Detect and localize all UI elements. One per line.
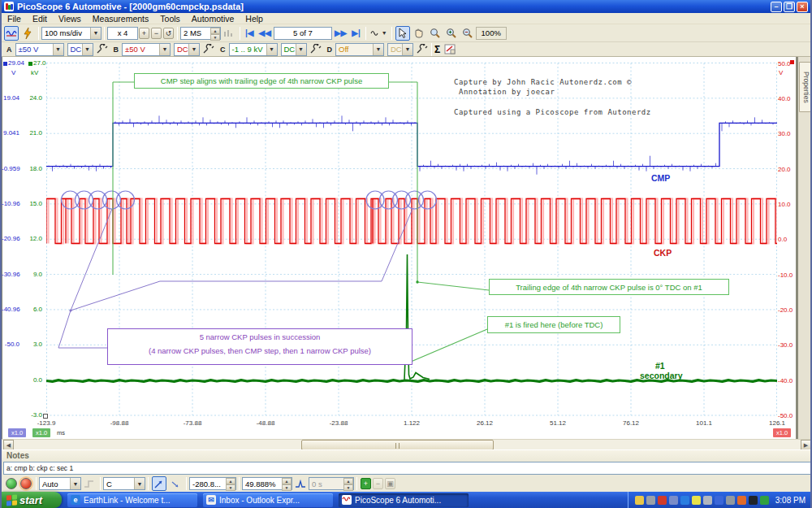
chevron-down-icon[interactable]: ▼ (296, 44, 306, 55)
tray-icon[interactable] (658, 496, 667, 505)
start-button[interactable]: start (2, 492, 62, 508)
chevron-down-icon[interactable]: ▼ (266, 44, 277, 55)
zoom-in-tool[interactable] (444, 26, 459, 41)
timebase-select[interactable]: 100 ms/div▼ (41, 27, 102, 40)
chevron-down-icon[interactable]: ▼ (373, 44, 383, 55)
marquee-zoom-tool[interactable] (428, 26, 443, 41)
taskbar-window-earthlink[interactable]: e EarthLink - Welcome t... (67, 493, 197, 507)
x-scale-badge-green[interactable]: x1.0 (32, 428, 50, 437)
tray-icon[interactable] (635, 496, 644, 505)
chevron-down-icon[interactable]: ▼ (53, 44, 63, 55)
advanced-trigger-button[interactable] (293, 476, 308, 491)
last-buffer-button[interactable]: ▶| (349, 28, 363, 37)
tray-icon[interactable] (726, 496, 735, 505)
channel-a-coupling-select[interactable]: DC▼ (67, 43, 93, 56)
menu-item-measurements[interactable]: Measurements (87, 14, 154, 24)
buffer-overview-button[interactable]: ▼ (369, 26, 388, 41)
menu-item-help[interactable]: Help (240, 14, 269, 24)
minimize-button[interactable]: – (771, 2, 782, 12)
tray-icon[interactable] (760, 496, 769, 505)
normal-cursor-tool[interactable] (395, 26, 410, 41)
tray-icon[interactable] (715, 496, 723, 505)
chevron-down-icon[interactable]: ▼ (402, 44, 412, 55)
zoom-multiplier-field[interactable]: x 4 (107, 27, 138, 40)
tray-icon[interactable] (749, 496, 758, 505)
trigger-level-spinner[interactable]: -280.8... ▲▼ (189, 477, 236, 490)
menu-item-file[interactable]: File (2, 14, 27, 24)
math-channels-button[interactable]: Σ (434, 44, 440, 55)
tray-icon[interactable] (646, 496, 655, 505)
pre-trigger-spinner[interactable]: 49.888% ▲▼ (242, 477, 292, 490)
probe-icon[interactable] (309, 44, 322, 55)
channel-d-range-select[interactable]: Off▼ (335, 43, 384, 56)
zoom-minus-button[interactable]: − (151, 28, 162, 39)
channel-a-range-select[interactable]: ±50 V▼ (15, 43, 64, 56)
axis-tick-blue: -30.96 (2, 271, 19, 279)
chevron-down-icon[interactable]: ▼ (188, 44, 199, 55)
zoom-out-tool[interactable] (460, 26, 475, 41)
zoom-reset-button[interactable]: ↺ (163, 28, 174, 39)
taskbar-window-inbox[interactable]: ✉ Inbox - Outlook Expr... (203, 493, 333, 507)
menu-item-views[interactable]: Views (53, 14, 87, 24)
stop-capture-button[interactable] (20, 478, 32, 489)
chevron-down-icon[interactable]: ▼ (134, 478, 145, 489)
trigger-mode-select[interactable]: Auto▼ (39, 477, 81, 490)
zoom-plus-button[interactable]: + (139, 28, 149, 39)
x-scale-badge-blue[interactable]: x1.0 (8, 428, 26, 437)
chevron-down-icon[interactable]: ▼ (159, 44, 170, 55)
spin-down-icon[interactable]: ▼ (226, 484, 235, 491)
falling-edge-button[interactable] (168, 476, 183, 491)
chevron-down-icon[interactable]: ▼ (70, 478, 80, 489)
start-capture-button[interactable] (6, 478, 17, 489)
close-button[interactable]: × (797, 2, 808, 12)
tray-icon[interactable] (680, 496, 689, 505)
probe-icon[interactable] (96, 44, 109, 55)
green-connector-dot (416, 280, 418, 283)
x-scale-badge-red[interactable]: x1.0 (773, 428, 791, 437)
channel-c-coupling-select[interactable]: DC▼ (281, 43, 307, 56)
tray-icon[interactable] (669, 496, 678, 505)
trigger-source-select[interactable]: C▼ (103, 477, 145, 490)
spin-down-icon[interactable]: ▼ (282, 484, 292, 491)
channel-c-range-select[interactable]: -1 .. 9 kV▼ (229, 43, 278, 56)
taskbar-window-picoscope[interactable]: PicoScope 6 Automoti... (339, 493, 469, 507)
add-measurement-button[interactable]: + (361, 478, 371, 489)
scope-view-button[interactable] (4, 26, 19, 41)
pre-trigger-value: 49.888% (245, 480, 276, 488)
next-buffer-button[interactable]: ▶▶ (332, 28, 349, 37)
chevron-down-icon[interactable]: ▼ (90, 28, 101, 39)
tray-icon[interactable] (737, 496, 746, 505)
auto-setup-button[interactable] (20, 26, 35, 41)
waveform-plot[interactable] (46, 61, 777, 421)
channel-b-range-select[interactable]: ±50 V▼ (122, 43, 171, 56)
maximize-button[interactable]: ❐ (784, 2, 795, 12)
horizontal-scrollbar[interactable]: ◀ ▶ (2, 439, 810, 449)
spin-up-icon[interactable]: ▲ (282, 478, 292, 484)
menu-item-automotive[interactable]: Automotive (186, 14, 240, 24)
picoscope-icon (342, 495, 352, 505)
menu-item-tools[interactable]: Tools (154, 14, 186, 24)
buffer-position-field[interactable]: 5 of 7 (274, 27, 332, 40)
tray-icon[interactable] (692, 496, 701, 505)
notes-input[interactable]: a: cmp b: ckp c: sec 1 (3, 462, 812, 475)
tray-icon[interactable] (703, 496, 712, 505)
rising-edge-button[interactable] (152, 476, 166, 491)
prev-buffer-button[interactable]: ◀◀ (257, 28, 274, 37)
samples-spinner[interactable]: 2 MS ▲▼ (180, 27, 221, 40)
properties-tab[interactable]: Properties (799, 62, 812, 112)
spin-up-icon[interactable]: ▲ (210, 28, 220, 34)
first-buffer-button[interactable]: |◀ (243, 28, 257, 37)
chevron-down-icon[interactable]: ▼ (82, 44, 93, 55)
spin-down-icon[interactable]: ▼ (210, 34, 220, 41)
hand-tool[interactable] (412, 26, 426, 41)
probe-icon[interactable] (416, 44, 429, 55)
scope-display: 29.04 27.0 V kV V CMP step aligns with t… (2, 57, 810, 439)
spin-up-icon[interactable]: ▲ (226, 478, 235, 484)
axis-blue-unit: V (11, 69, 15, 76)
channel-d-coupling-select[interactable]: DC▼ (387, 43, 413, 56)
menu-item-edit[interactable]: Edit (27, 14, 53, 24)
probe-settings-icon[interactable] (444, 44, 457, 55)
channel-b-coupling-select[interactable]: DC▼ (174, 43, 200, 56)
probe-icon[interactable] (202, 44, 215, 55)
axis-origin-marker[interactable] (43, 414, 48, 419)
